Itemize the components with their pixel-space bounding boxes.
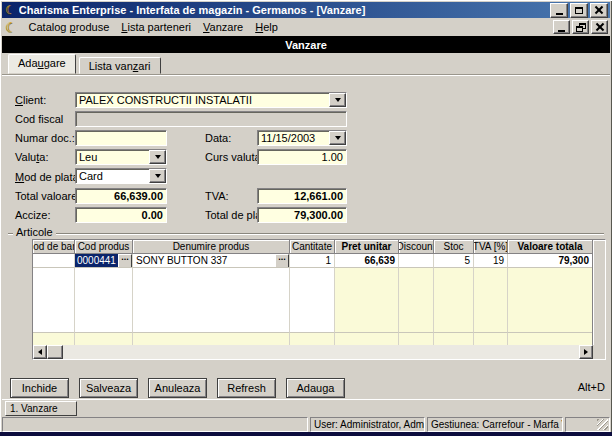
tab-adaugare[interactable]: Adaugare (8, 54, 76, 74)
chevron-down-icon (335, 136, 341, 140)
adauga-button[interactable]: Adauga (286, 378, 345, 398)
maximize-button[interactable] (570, 3, 588, 18)
minimize-icon (558, 30, 565, 32)
cod-fiscal-label: Cod fiscal (15, 113, 63, 125)
accize-value: 0.00 (76, 208, 166, 222)
status-gestiune-panel: Gestiunea: Carrefour - Marfa V (427, 417, 563, 432)
column-header-denumire-produs[interactable]: Denumire produs (133, 240, 290, 254)
shortcut-hint: Alt+D (578, 381, 605, 393)
grid-empty-area (33, 268, 593, 332)
status-user-panel: User: Administrator, Administr. (310, 417, 425, 432)
window-bottom-edge (0, 432, 612, 436)
column-header-pret-unitar[interactable]: Pret unitar (335, 240, 399, 254)
tab-divider (2, 74, 610, 75)
arrow-right-icon (584, 349, 588, 355)
cell-stoc[interactable]: 5 (434, 254, 474, 268)
articles-grid: Cod de bare Cod produs Denumire produs C… (32, 239, 606, 360)
grid-new-row[interactable] (33, 332, 593, 345)
cell-tva[interactable]: 19 (474, 254, 508, 268)
document-tab-strip: 1. Vanzare (2, 399, 610, 417)
denumire-produs-lookup-button[interactable]: ... (275, 254, 289, 268)
column-header-cantitate[interactable]: Cantitate (290, 240, 335, 254)
numar-doc-field[interactable] (75, 130, 167, 146)
inchide-button[interactable]: Inchide (10, 378, 69, 398)
column-header-cod-produs[interactable]: Cod produs (75, 240, 133, 254)
mod-de-plata-dropdown-button[interactable] (149, 169, 166, 183)
anuleaza-button[interactable]: Anuleaza (148, 378, 207, 398)
column-header-stoc[interactable]: Stoc (434, 240, 474, 254)
mdi-restore-button[interactable] (572, 20, 589, 34)
data-select[interactable]: 11/15/2003 (257, 130, 347, 146)
selected-cell-editor[interactable]: 0000441 (75, 254, 118, 267)
menu-help[interactable]: Help (249, 20, 284, 34)
scrollbar-corner (593, 345, 605, 359)
data-value: 11/15/2003 (258, 131, 329, 145)
close-button[interactable] (590, 3, 608, 18)
menu-lista-parteneri[interactable]: Lista parteneri (115, 20, 197, 34)
application-window: ☾ Charisma Enterprise - Interfata de mag… (0, 0, 612, 436)
accize-label: Accize: (15, 209, 50, 221)
close-icon (595, 6, 603, 14)
client-dropdown-button[interactable] (329, 93, 346, 107)
data-dropdown-button[interactable] (329, 131, 346, 145)
tva-label: TVA: (205, 190, 229, 202)
form-title-bar: Vanzare (2, 36, 610, 53)
scroll-right-button[interactable] (579, 345, 593, 359)
arrow-left-icon (38, 349, 42, 355)
status-bar: User: Administrator, Administr. Gestiune… (2, 417, 610, 432)
chevron-down-icon (155, 155, 161, 159)
valuta-label: Valuta: (15, 151, 48, 163)
charisma-logo-icon: ☾ (5, 4, 16, 16)
resize-grip[interactable] (597, 419, 608, 430)
tab-1-vanzare[interactable]: 1. Vanzare (5, 401, 77, 416)
cell-denumire-produs[interactable]: SONY BUTTON 337 ... (133, 254, 290, 268)
mdi-window-controls (551, 20, 608, 34)
tab-lista-vanzari[interactable]: Lista vanzari (79, 57, 161, 74)
cell-cod-produs[interactable]: 0000441 ... (75, 254, 133, 268)
grid-columns: Cod de bare Cod produs Denumire produs C… (33, 240, 593, 345)
valuta-dropdown-button[interactable] (149, 150, 166, 164)
cell-valoare-totala[interactable]: 79,300 (508, 254, 593, 268)
grid-horizontal-scrollbar[interactable] (33, 345, 593, 359)
column-header-cod-de-bare[interactable]: Cod de bare (33, 240, 75, 254)
total-de-plata-field: 79,300.00 (257, 207, 347, 223)
minimize-button[interactable] (550, 3, 568, 18)
cod-fiscal-field[interactable] (75, 111, 347, 127)
column-header-discount[interactable]: Discount (399, 240, 434, 254)
column-header-valoare-totala[interactable]: Valoare totala (508, 240, 593, 254)
mdi-minimize-button[interactable] (553, 20, 570, 34)
scroll-left-button[interactable] (33, 345, 47, 359)
total-valoare-label: Total valoare: (15, 190, 80, 202)
valuta-select[interactable]: Leu (75, 149, 167, 165)
cell-pret-unitar[interactable]: 66,639 (335, 254, 399, 268)
curs-valutar-field[interactable]: 1.00 (257, 149, 347, 165)
scroll-thumb[interactable] (47, 345, 63, 359)
window-title: Charisma Enterprise - Interfata de magaz… (19, 4, 548, 16)
accize-field: 0.00 (75, 207, 167, 223)
grid-vertical-scrollbar[interactable] (592, 240, 605, 345)
cell-discount[interactable] (399, 254, 434, 268)
mdi-close-button[interactable] (591, 20, 608, 34)
mod-de-plata-label: Mod de plata: (15, 171, 82, 183)
close-icon (596, 23, 604, 31)
salveaza-button[interactable]: Salveaza (79, 378, 138, 398)
refresh-button[interactable]: Refresh (217, 378, 276, 398)
grid-header-row: Cod de bare Cod produs Denumire produs C… (33, 240, 593, 254)
cod-fiscal-value (76, 112, 346, 126)
cell-cantitate[interactable]: 1 (290, 254, 335, 268)
menu-vanzare[interactable]: Vanzare (197, 20, 249, 34)
cell-cod-de-bare[interactable] (33, 254, 75, 268)
column-header-tva[interactable]: TVA [%] (474, 240, 508, 254)
mod-de-plata-select[interactable]: Card (75, 168, 167, 184)
valuta-value: Leu (76, 150, 149, 164)
minimize-icon (556, 13, 563, 15)
form-title: Vanzare (285, 39, 327, 51)
cod-produs-lookup-button[interactable]: ... (118, 254, 132, 268)
menu-catalog-produse[interactable]: Catalog produse (23, 20, 116, 34)
numar-doc-value (76, 131, 166, 145)
tab-strip: Adaugare Lista vanzari (8, 55, 161, 74)
articole-group-border (8, 233, 604, 234)
tva-field: 12,661.00 (257, 188, 347, 204)
client-select[interactable]: PALEX CONSTRUCTII INSTALATII (75, 92, 347, 108)
mod-de-plata-value: Card (76, 169, 149, 183)
